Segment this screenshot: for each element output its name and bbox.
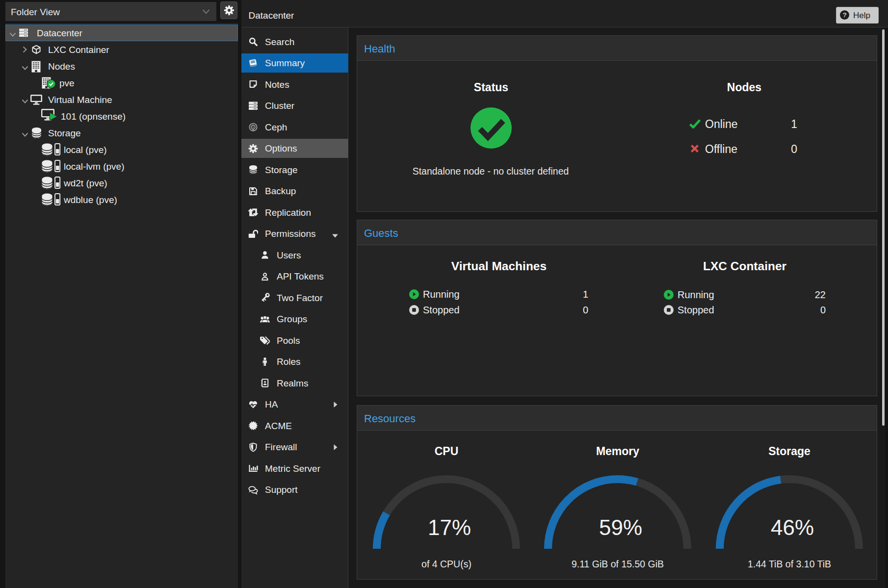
svg-text:?: ? [842, 11, 846, 19]
